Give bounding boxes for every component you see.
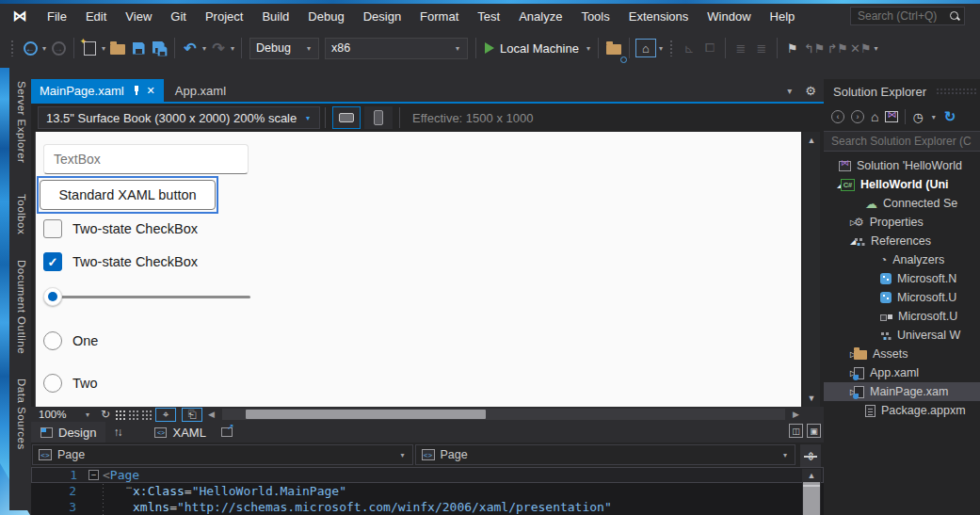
solution-platform-combo[interactable]: x86▾ bbox=[325, 38, 468, 59]
zoom-level-combo[interactable]: 100%▾ bbox=[35, 408, 95, 422]
tree-item-analyzers[interactable]: Analyzers bbox=[824, 250, 980, 269]
navigate-forward-button[interactable]: → bbox=[49, 37, 68, 59]
checkbox-box-checked[interactable]: ✓ bbox=[43, 252, 62, 271]
snap-to-snaplines-toggle[interactable]: ⌖ bbox=[155, 408, 176, 422]
solution-configuration-combo[interactable]: Debug▾ bbox=[249, 38, 319, 59]
element-dropdown-right[interactable]: <> Page ▾ bbox=[415, 444, 796, 465]
comment-selection-button[interactable]: ⊾ bbox=[680, 37, 699, 59]
tree-item-app-xaml[interactable]: ▷ App.xaml bbox=[824, 363, 980, 382]
save-button[interactable] bbox=[129, 37, 148, 59]
pane-splitter-handle[interactable]: ⇕ bbox=[800, 444, 821, 469]
portrait-orientation-button[interactable] bbox=[364, 106, 393, 129]
designer-horizontal-scrollbar[interactable] bbox=[222, 409, 785, 420]
scroll-down-arrow-icon[interactable]: ▼ bbox=[803, 394, 820, 403]
tree-item-assets[interactable]: ▷ Assets bbox=[824, 345, 980, 363]
canvas-slider[interactable] bbox=[43, 287, 252, 306]
filter-dropdown[interactable]: ▾ bbox=[932, 113, 936, 121]
previous-bookmark-button[interactable]: ↰⚑ bbox=[804, 37, 826, 59]
navigate-back-dropdown[interactable]: ▾ bbox=[42, 44, 46, 53]
next-bookmark-button[interactable]: ↱⚑ bbox=[827, 37, 848, 59]
solution-explorer-titlebar[interactable]: Solution Explorer bbox=[824, 79, 980, 104]
toolbar-grip[interactable] bbox=[669, 40, 674, 56]
tree-item-ref-microsoft-sdk[interactable]: Microsoft.U bbox=[824, 307, 980, 326]
menu-item-build[interactable]: Build bbox=[252, 6, 298, 26]
scroll-up-arrow-icon[interactable]: ▲ bbox=[802, 471, 821, 480]
swap-panes-button[interactable]: ↑↓ bbox=[105, 426, 128, 439]
landscape-orientation-button[interactable] bbox=[332, 106, 361, 129]
snap-to-grid-button[interactable] bbox=[129, 410, 131, 412]
solution-search-box[interactable] bbox=[824, 131, 980, 152]
code-line-1[interactable]: 1 − <Page … bbox=[31, 467, 824, 483]
design-surface[interactable]: Standard XAML button Two-state CheckBox … bbox=[35, 132, 801, 407]
scrollbar-thumb[interactable] bbox=[803, 482, 820, 515]
code-line-3[interactable]: 3 xmlns="http://schemas.microsoft.com/wi… bbox=[31, 499, 824, 515]
undo-dropdown[interactable]: ▾ bbox=[202, 44, 206, 53]
refresh-designer-button[interactable]: ↻ bbox=[101, 408, 110, 422]
toolbar-grip[interactable] bbox=[10, 40, 15, 56]
new-project-button[interactable] bbox=[80, 37, 99, 59]
titlebar-drag-handle[interactable] bbox=[936, 88, 978, 95]
sidebar-tab-document-outline[interactable]: Document Outline bbox=[13, 254, 29, 365]
tree-item-properties[interactable]: ▷ Properties bbox=[824, 213, 980, 232]
menu-item-extensions[interactable]: Extensions bbox=[619, 6, 699, 26]
se-forward-button[interactable]: › bbox=[851, 110, 864, 123]
scroll-up-arrow-icon[interactable]: ▲ bbox=[803, 136, 820, 145]
sidebar-tab-data-sources[interactable]: Data Sources bbox=[13, 373, 29, 459]
menu-item-analyze[interactable]: Analyze bbox=[509, 6, 571, 26]
menu-item-test[interactable]: Test bbox=[468, 6, 509, 26]
pin-icon[interactable] bbox=[131, 86, 140, 95]
code-line-2[interactable]: 2 x:Class="HelloWorld.MainPage" bbox=[31, 483, 824, 499]
tree-item-package-manifest[interactable]: Package.appxm bbox=[824, 401, 980, 420]
save-all-button[interactable] bbox=[150, 37, 169, 59]
new-project-dropdown[interactable]: ▾ bbox=[102, 44, 105, 53]
clear-bookmarks-button[interactable]: ✕⚑ bbox=[850, 37, 872, 59]
show-grid-button[interactable] bbox=[116, 410, 118, 412]
solution-search-input[interactable] bbox=[824, 135, 980, 148]
start-debugging-button[interactable]: Local Machine ▾ bbox=[485, 37, 592, 59]
xaml-code-editor[interactable]: 1 − <Page … 2 x:Class="HelloWorld.MainPa… bbox=[31, 467, 824, 515]
canvas-radio-two[interactable]: Two bbox=[43, 374, 98, 393]
increase-indent-button[interactable]: ≣ bbox=[752, 37, 771, 59]
se-back-button[interactable]: ‹ bbox=[831, 110, 844, 123]
slider-track[interactable] bbox=[45, 296, 250, 298]
menu-item-help[interactable]: Help bbox=[761, 6, 805, 26]
menu-item-tools[interactable]: Tools bbox=[571, 6, 619, 26]
menu-item-debug[interactable]: Debug bbox=[298, 6, 353, 26]
scroll-left-arrow-icon[interactable]: ◀ bbox=[208, 408, 215, 422]
open-file-button[interactable] bbox=[108, 37, 127, 59]
tree-item-mainpage-xaml[interactable]: ▷ MainPage.xam bbox=[824, 382, 980, 401]
canvas-button[interactable]: Standard XAML button bbox=[40, 180, 216, 210]
bookmarks-dropdown[interactable]: ▾ bbox=[875, 44, 878, 53]
canvas-checkbox-checked[interactable]: ✓ Two-state CheckBox bbox=[43, 252, 198, 271]
canvas-radio-one[interactable]: One bbox=[43, 331, 98, 350]
tree-item-solution[interactable]: Solution 'HelloWorld bbox=[824, 156, 980, 175]
scrollbar-thumb[interactable] bbox=[246, 410, 486, 419]
quick-search-box[interactable] bbox=[850, 7, 965, 25]
scroll-right-arrow-icon[interactable]: ▶ bbox=[793, 408, 799, 422]
editor-options-gear-icon[interactable]: ⚙ bbox=[805, 84, 816, 98]
tab-app-xaml[interactable]: App.xaml bbox=[164, 79, 237, 102]
toggle-artboard-button[interactable] bbox=[142, 410, 144, 412]
collapsed-arrow-icon[interactable]: ▷ bbox=[824, 218, 850, 227]
collapse-region-button[interactable]: − bbox=[88, 470, 99, 480]
popout-pane-icon[interactable] bbox=[221, 427, 233, 437]
radio-circle[interactable] bbox=[43, 331, 62, 350]
quick-search-input[interactable] bbox=[858, 9, 949, 23]
menu-item-edit[interactable]: Edit bbox=[76, 6, 116, 26]
canvas-textbox[interactable] bbox=[43, 144, 249, 174]
radio-circle[interactable] bbox=[43, 374, 62, 393]
undo-button[interactable]: ↶ bbox=[181, 37, 200, 59]
tree-item-project[interactable]: ◢ HelloWorld (Uni bbox=[824, 175, 980, 194]
vertical-split-toggle[interactable]: ◫ bbox=[789, 424, 803, 438]
slider-thumb[interactable] bbox=[43, 287, 62, 306]
tree-item-ref-universal-windows[interactable]: Universal W bbox=[824, 326, 980, 345]
horizontal-split-toggle[interactable]: ▣ bbox=[807, 424, 821, 438]
expanded-arrow-icon[interactable]: ◢ bbox=[824, 181, 837, 189]
tree-item-ref-microsoft-netcore[interactable]: Microsoft.N bbox=[824, 269, 980, 288]
uncomment-selection-button[interactable]: ⧠ bbox=[700, 37, 719, 59]
canvas-checkbox-unchecked[interactable]: Two-state CheckBox bbox=[43, 219, 198, 238]
xaml-view-tab[interactable]: <> XAML bbox=[145, 422, 215, 443]
tree-item-connected-services[interactable]: Connected Se bbox=[824, 194, 980, 213]
menu-item-design[interactable]: Design bbox=[354, 6, 410, 26]
checkbox-box[interactable] bbox=[43, 219, 62, 238]
